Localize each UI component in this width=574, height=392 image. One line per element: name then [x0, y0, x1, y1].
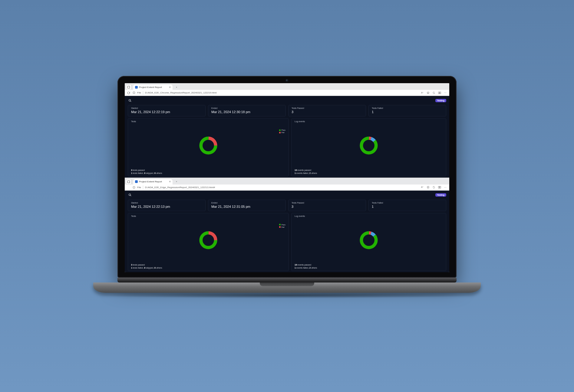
- favorites-button[interactable]: [426, 91, 430, 95]
- search-button[interactable]: [128, 98, 132, 103]
- legend-fail-label: Fail: [282, 226, 285, 228]
- tab-actions-button[interactable]: [126, 84, 131, 90]
- log-chart-card: Log events 19 events passed 1 events fai…: [291, 118, 446, 176]
- laptop-shadow: [93, 293, 481, 298]
- svg-rect-17: [438, 186, 440, 188]
- url-text: D:/ADA_E2E_Chrome_RegressionReport_20240…: [145, 91, 217, 94]
- svg-line-7: [130, 101, 131, 102]
- text-size-button[interactable]: A⁺: [420, 91, 424, 95]
- search-icon: [128, 99, 132, 102]
- log-donut-wrap: [295, 217, 443, 264]
- log-footer-2: 1 events failed, 2 others: [295, 266, 443, 270]
- svg-point-19: [129, 194, 130, 196]
- ended-value: Mar 21, 2024 12:30:18 pm: [211, 110, 282, 114]
- text-size-button[interactable]: A⁺: [420, 185, 424, 189]
- collections-button[interactable]: [432, 91, 436, 95]
- svg-rect-4: [438, 92, 440, 94]
- svg-point-6: [129, 99, 130, 101]
- started-card: Started Mar 21, 2024 12:22:13 pm: [128, 200, 206, 211]
- testing-badge: Testing: [435, 193, 446, 197]
- log-footer-1: 19 events passed: [295, 263, 443, 266]
- stats-row: Started Mar 21, 2024 12:22:13 pm Ended M…: [128, 200, 446, 211]
- browser-tab[interactable]: Project Extent Report ×: [133, 84, 173, 90]
- browser-tab[interactable]: Project Extent Report ×: [133, 179, 173, 185]
- split-screen-button[interactable]: [437, 91, 442, 95]
- toolbar-right: A⁺ ⋯: [420, 185, 447, 189]
- failed-card: Tests Failed 1: [368, 200, 446, 211]
- passed-card: Tests Passed 3: [288, 200, 366, 211]
- svg-rect-5: [440, 92, 441, 94]
- started-label: Started: [131, 107, 202, 109]
- info-icon: [133, 186, 135, 189]
- reload-icon: [127, 91, 130, 94]
- more-button[interactable]: ⋯: [443, 91, 447, 95]
- log-footer-2: 1 events failed, 2 others: [295, 172, 443, 175]
- failed-value: 1: [372, 205, 443, 208]
- svg-rect-15: [134, 187, 134, 188]
- tests-donut-chart: [199, 136, 218, 155]
- tab-strip: Project Extent Report × +: [125, 178, 449, 185]
- url-text: D:/ADA_E2E_Edge_RegressionReport_2024032…: [145, 186, 215, 189]
- laptop-mockup: Project Extent Report × + File D:/ADA_E2…: [117, 76, 457, 298]
- favicon-icon: [135, 86, 138, 89]
- refresh-alt-icon: [432, 91, 435, 94]
- ended-label: Ended: [211, 202, 282, 204]
- url-scheme: File: [137, 91, 141, 94]
- charts-row: Tests Pass Fail 3 tests passed 1 tests f…: [128, 118, 446, 176]
- laptop-hinge: [117, 278, 457, 283]
- svg-rect-16: [134, 187, 134, 187]
- search-button[interactable]: [128, 193, 132, 197]
- more-button[interactable]: ⋯: [443, 185, 447, 189]
- address-bar[interactable]: File D:/ADA_E2E_Chrome_RegressionReport_…: [133, 91, 418, 95]
- browser-toolbar: File D:/ADA_E2E_Edge_RegressionReport_20…: [125, 185, 449, 191]
- failed-card: Tests Failed 1: [368, 105, 446, 116]
- passed-value: 3: [292, 110, 363, 114]
- browser-window-2: Project Extent Report × + File D:/ADA_E2…: [125, 178, 449, 273]
- log-footer-1: 19 events passed: [295, 169, 443, 172]
- close-tab-button[interactable]: ×: [169, 86, 171, 89]
- collections-button[interactable]: [432, 185, 436, 189]
- ended-label: Ended: [211, 107, 282, 109]
- tab-title: Project Extent Report: [139, 180, 162, 183]
- laptop-notch: [260, 283, 314, 286]
- svg-rect-0: [128, 86, 130, 88]
- browser-window-1: Project Extent Report × + File D:/ADA_E2…: [125, 83, 449, 178]
- legend-swatch-pass: [279, 129, 281, 131]
- tests-donut-wrap: [131, 122, 285, 168]
- failed-label: Tests Failed: [372, 107, 443, 109]
- reload-button[interactable]: [127, 91, 131, 95]
- info-icon: [133, 91, 135, 94]
- report-header: Testing: [128, 192, 446, 198]
- search-icon: [128, 193, 132, 197]
- legend-fail-label: Fail: [282, 131, 285, 134]
- ended-card: Ended Mar 21, 2024 12:30:18 pm: [208, 105, 286, 116]
- tests-footer-1: 3 tests passed: [131, 169, 285, 172]
- new-tab-button[interactable]: +: [174, 84, 179, 90]
- started-value: Mar 21, 2024 12:22:13 pm: [131, 205, 202, 208]
- split-screen-button[interactable]: [437, 185, 442, 189]
- tests-chart-card: Tests Pass Fail 3 tests passed 1 tests f…: [128, 213, 289, 271]
- testing-badge: Testing: [435, 99, 446, 102]
- log-chart-title: Log events: [295, 215, 443, 217]
- tests-chart-title: Tests: [131, 215, 285, 217]
- started-card: Started Mar 21, 2024 12:22:19 pm: [128, 105, 206, 116]
- log-chart-title: Log events: [295, 120, 443, 122]
- log-donut-chart: [359, 136, 378, 155]
- split-icon: [438, 186, 441, 189]
- tab-actions-button[interactable]: [126, 179, 131, 185]
- tests-footer-2: 1 tests failed, 0 skipped, 0 others: [131, 266, 285, 270]
- tests-chart-title: Tests: [131, 120, 285, 122]
- close-tab-button[interactable]: ×: [169, 180, 171, 183]
- svg-point-22: [201, 233, 216, 248]
- star-icon: [427, 186, 430, 189]
- svg-point-9: [201, 138, 216, 153]
- log-donut-wrap: [295, 122, 443, 168]
- favorites-button[interactable]: [426, 185, 430, 189]
- new-tab-button[interactable]: +: [174, 179, 179, 185]
- passed-label: Tests Passed: [292, 107, 363, 109]
- legend-pass-label: Pass: [282, 129, 285, 131]
- failed-value: 1: [372, 110, 443, 114]
- legend-swatch-pass: [279, 224, 281, 225]
- address-bar[interactable]: File D:/ADA_E2E_Edge_RegressionReport_20…: [133, 185, 418, 189]
- star-icon: [427, 91, 430, 94]
